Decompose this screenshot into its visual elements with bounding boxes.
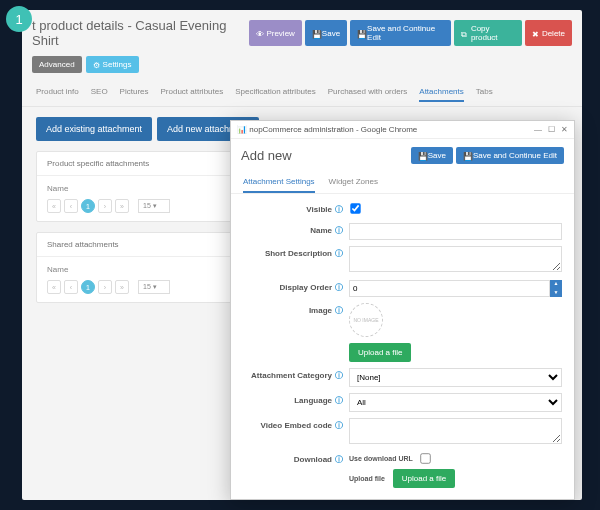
visible-checkbox[interactable] bbox=[350, 203, 360, 213]
help-icon[interactable]: ⓘ bbox=[335, 396, 343, 405]
spin-up-icon[interactable]: ▲ bbox=[550, 280, 562, 289]
step-badge: 1 bbox=[6, 6, 32, 32]
tab-pictures[interactable]: Pictures bbox=[120, 83, 149, 102]
help-icon[interactable]: ⓘ bbox=[335, 306, 343, 315]
attachment-category-select[interactable]: [None] bbox=[349, 368, 562, 387]
tab-product-attributes[interactable]: Product attributes bbox=[161, 83, 224, 102]
video-embed-input[interactable] bbox=[349, 418, 562, 444]
modal-save-continue-button[interactable]: 💾Save and Continue Edit bbox=[456, 147, 564, 164]
upload-file-button-2[interactable]: Upload a file bbox=[393, 469, 455, 488]
help-icon[interactable]: ⓘ bbox=[335, 371, 343, 380]
help-icon[interactable]: ⓘ bbox=[335, 283, 343, 292]
window-title: 📊 nopCommerce administration - Google Ch… bbox=[237, 125, 417, 134]
close-icon[interactable]: ✕ bbox=[561, 125, 568, 134]
upload-file-button[interactable]: Upload a file bbox=[349, 343, 411, 362]
tab-purchased[interactable]: Purchased with orders bbox=[328, 83, 408, 102]
delete-button[interactable]: ✖Delete bbox=[525, 20, 572, 46]
preview-button[interactable]: 👁Preview bbox=[249, 20, 301, 46]
upload-file-label: Upload file bbox=[349, 475, 385, 482]
save-button[interactable]: 💾Save bbox=[305, 20, 347, 46]
pager-last[interactable]: » bbox=[115, 199, 129, 213]
short-description-input[interactable] bbox=[349, 246, 562, 272]
page-size-select[interactable]: 15 ▾ bbox=[138, 199, 170, 213]
pager-first[interactable]: « bbox=[47, 280, 61, 294]
pager-prev[interactable]: ‹ bbox=[64, 199, 78, 213]
use-download-url-label: Use download URL bbox=[349, 455, 413, 462]
minimize-icon[interactable]: — bbox=[534, 125, 542, 134]
modal-save-button[interactable]: 💾Save bbox=[411, 147, 453, 164]
main-tabs: Product info SEO Pictures Product attrib… bbox=[22, 79, 582, 107]
copy-icon: ⧉ bbox=[461, 30, 467, 37]
tab-attachment-settings[interactable]: Attachment Settings bbox=[243, 172, 315, 193]
save-icon: 💾 bbox=[463, 152, 470, 159]
tab-attachments[interactable]: Attachments bbox=[419, 83, 463, 102]
trash-icon: ✖ bbox=[532, 30, 539, 37]
help-icon[interactable]: ⓘ bbox=[335, 205, 343, 214]
eye-icon: 👁 bbox=[256, 30, 263, 37]
help-icon[interactable]: ⓘ bbox=[335, 455, 343, 464]
gear-icon: ⚙ bbox=[93, 61, 100, 68]
display-order-input[interactable] bbox=[349, 280, 550, 297]
tab-widget-zones[interactable]: Widget Zones bbox=[329, 172, 378, 193]
add-new-modal: 📊 nopCommerce administration - Google Ch… bbox=[230, 120, 575, 500]
pager-page[interactable]: 1 bbox=[81, 199, 95, 213]
pager-prev[interactable]: ‹ bbox=[64, 280, 78, 294]
help-icon[interactable]: ⓘ bbox=[335, 421, 343, 430]
pager-next[interactable]: › bbox=[98, 199, 112, 213]
tab-product-info[interactable]: Product info bbox=[36, 83, 79, 102]
page-size-select[interactable]: 15 ▾ bbox=[138, 280, 170, 294]
tab-spec-attributes[interactable]: Specification attributes bbox=[235, 83, 316, 102]
pager-first[interactable]: « bbox=[47, 199, 61, 213]
pager-next[interactable]: › bbox=[98, 280, 112, 294]
tab-seo[interactable]: SEO bbox=[91, 83, 108, 102]
advanced-button[interactable]: Advanced bbox=[32, 56, 82, 73]
modal-heading: Add new bbox=[241, 148, 292, 163]
modal-tabs: Attachment Settings Widget Zones bbox=[231, 172, 574, 194]
settings-button[interactable]: ⚙Settings bbox=[86, 56, 139, 73]
page-title: t product details - Casual Evening Shirt bbox=[32, 18, 249, 48]
tab-tabs[interactable]: Tabs bbox=[476, 83, 493, 102]
pager-last[interactable]: » bbox=[115, 280, 129, 294]
copy-product-button[interactable]: ⧉Copy product bbox=[454, 20, 521, 46]
maximize-icon[interactable]: ☐ bbox=[548, 125, 555, 134]
save-continue-button[interactable]: 💾Save and Continue Edit bbox=[350, 20, 451, 46]
help-icon[interactable]: ⓘ bbox=[335, 249, 343, 258]
language-select[interactable]: All bbox=[349, 393, 562, 412]
save-icon: 💾 bbox=[312, 30, 319, 37]
use-download-url-checkbox[interactable] bbox=[420, 453, 430, 463]
add-existing-attachment-button[interactable]: Add existing attachment bbox=[36, 117, 152, 141]
spin-down-icon[interactable]: ▼ bbox=[550, 289, 562, 298]
save-icon: 💾 bbox=[418, 152, 425, 159]
name-input[interactable] bbox=[349, 223, 562, 240]
save-icon: 💾 bbox=[357, 30, 364, 37]
no-image-placeholder: NO IMAGE bbox=[349, 303, 383, 337]
pager-page[interactable]: 1 bbox=[81, 280, 95, 294]
help-icon[interactable]: ⓘ bbox=[335, 226, 343, 235]
